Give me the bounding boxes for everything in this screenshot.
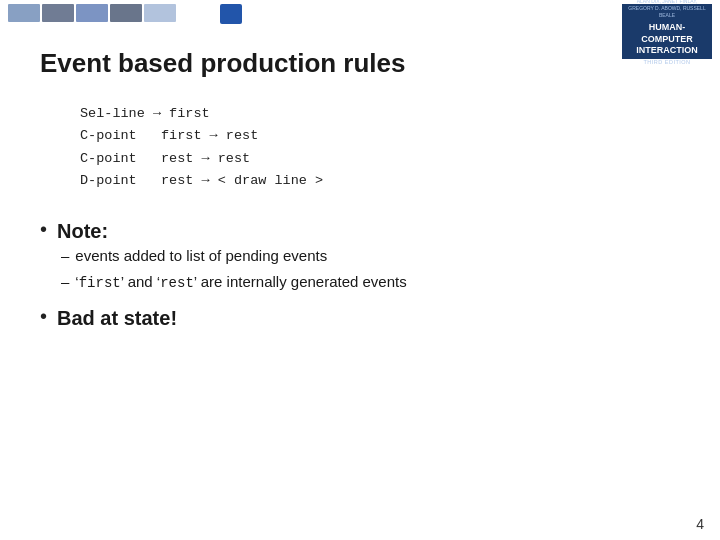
code-block: Sel-line → first C-point first → rest C-… <box>80 103 610 192</box>
note-title: Note: <box>57 220 108 242</box>
logo-authors: ALAN DIX, JANET FINLAY, GREGORY D. ABOWD… <box>626 0 708 19</box>
thumb-4 <box>110 4 142 22</box>
code-line-4: D-point rest → < draw line > <box>80 170 610 192</box>
bullet-dot-1: • <box>40 218 47 241</box>
bullet-note: • Note: –events added to list of pending… <box>40 220 610 295</box>
thumb-1 <box>8 4 40 22</box>
thumb-3 <box>76 4 108 22</box>
page-title: Event based production rules <box>40 48 610 79</box>
thumb-5 <box>144 4 176 22</box>
bad-title: Bad at state! <box>57 307 177 329</box>
bad-content: Bad at state! <box>57 307 177 330</box>
note-sub-1: –events added to list of pending events <box>61 243 407 269</box>
note-sub-2: –‘first’ and ‘rest’ are internally gener… <box>61 269 407 296</box>
thumbnail-strip <box>8 4 176 22</box>
code-line-1: Sel-line → first <box>80 103 610 125</box>
blue-accent <box>220 4 242 24</box>
page-number: 4 <box>696 516 704 532</box>
code-line-2: C-point first → rest <box>80 125 610 147</box>
bullet-bad: • Bad at state! <box>40 307 610 330</box>
main-content: Event based production rules Sel-line → … <box>40 28 610 510</box>
logo-box: ALAN DIX, JANET FINLAY, GREGORY D. ABOWD… <box>622 4 712 59</box>
bullet-dot-2: • <box>40 305 47 328</box>
logo-title: HUMAN-COMPUTERINTERACTION <box>626 22 708 57</box>
note-content: Note: –events added to list of pending e… <box>57 220 407 295</box>
thumb-2 <box>42 4 74 22</box>
logo-edition: THIRD EDITION <box>643 59 690 65</box>
code-line-3: C-point rest → rest <box>80 148 610 170</box>
